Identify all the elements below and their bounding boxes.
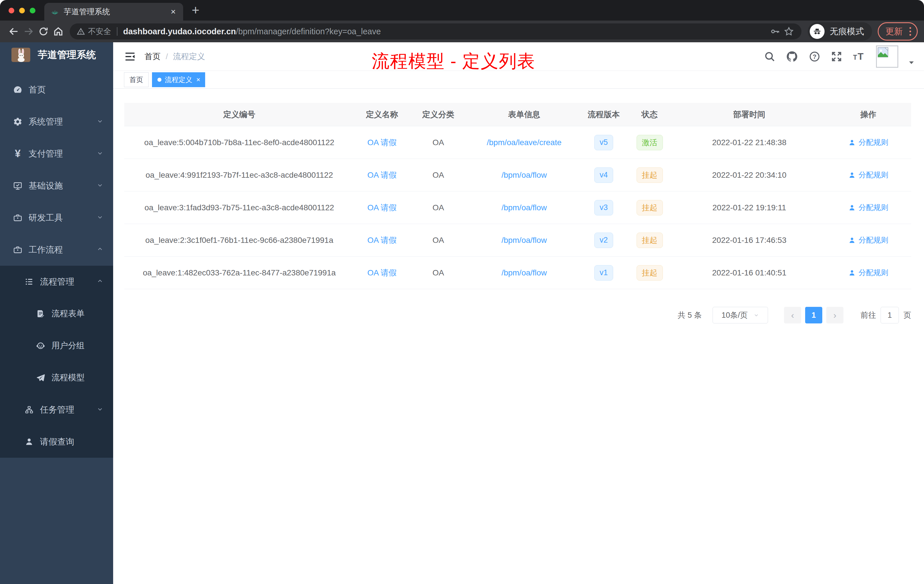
incognito-label: 无痕模式 — [830, 26, 864, 38]
column-header: 流程版本 — [581, 103, 626, 126]
page-size-select[interactable]: 10条/页 — [713, 307, 768, 323]
tab-close-icon[interactable]: × — [170, 7, 177, 16]
status-badge: 激活 — [637, 135, 663, 150]
deploy-time-cell: 2022-01-16 01:40:51 — [673, 257, 825, 289]
sidebar-item-label: 工作流程 — [28, 244, 97, 256]
form-link[interactable]: /bpm/oa/flow — [502, 236, 547, 245]
sidebar-item-label: 请假查询 — [40, 436, 104, 448]
breadcrumb: 首页 / 流程定义 — [145, 51, 205, 62]
font-size-icon[interactable]: TT — [853, 50, 866, 63]
sidebar-item-workflow[interactable]: 工作流程 — [0, 234, 113, 266]
sidebar-item-task-mgmt[interactable]: 任务管理 — [0, 394, 113, 426]
sidebar-fold-icon[interactable] — [124, 51, 136, 63]
status-badge: 挂起 — [637, 200, 663, 215]
assign-rule-button[interactable]: 分配规则 — [848, 203, 888, 213]
definition-name-link[interactable]: OA 请假 — [368, 267, 397, 278]
breadcrumb-separator: / — [166, 52, 168, 61]
form-link[interactable]: /bpm/oa/flow — [502, 171, 547, 180]
yen-icon: ¥ — [12, 148, 24, 159]
sidebar-item-system-mgmt[interactable]: 系统管理 — [0, 106, 113, 138]
browser-menu-dots-icon[interactable] — [907, 27, 913, 36]
dashboard-icon — [12, 85, 24, 94]
tag-process-definition[interactable]: 流程定义 × — [152, 72, 205, 87]
home-icon[interactable] — [51, 24, 66, 39]
sidebar-item-process-form[interactable]: 流程表单 — [0, 298, 113, 330]
next-page-button[interactable]: › — [826, 307, 843, 323]
url-bar[interactable]: 不安全 dashboard.yudao.iocoder.cn/bpm/manag… — [70, 23, 802, 40]
column-header: 定义编号 — [124, 103, 354, 126]
prev-page-button[interactable]: ‹ — [784, 307, 801, 323]
new-tab-button[interactable]: + — [192, 3, 200, 16]
window-controls[interactable] — [8, 8, 35, 13]
minimize-window-button[interactable] — [19, 8, 25, 13]
bookmark-star-icon[interactable] — [782, 25, 796, 38]
paper-plane-icon — [34, 373, 47, 382]
logo-rabbit-image — [12, 48, 30, 62]
sidebar-item-label: 研发工具 — [28, 212, 97, 224]
form-link[interactable]: /bpm/oa/flow — [502, 203, 547, 212]
screen: 芋道管理系统 × + 不安全 dashboard.yudao.iocoder.c… — [0, 0, 924, 584]
github-icon[interactable] — [786, 50, 798, 63]
version-badge: v4 — [594, 167, 614, 183]
column-header: 表单信息 — [467, 103, 581, 126]
zoom-window-button[interactable] — [30, 8, 35, 13]
sidebar-item-leave-query[interactable]: 请假查询 — [0, 426, 113, 458]
table-row: oa_leave:5:004b710b-7b8a-11ec-8ef0-acde4… — [124, 126, 911, 159]
url-text[interactable]: dashboard.yudao.iocoder.cn/bpm/manager/d… — [123, 27, 768, 36]
page-unit-label: 页 — [903, 310, 911, 320]
assign-rule-button[interactable]: 分配规则 — [848, 137, 888, 147]
search-icon[interactable] — [764, 51, 776, 62]
avatar[interactable] — [876, 45, 898, 68]
monitor-icon — [12, 181, 24, 191]
fullscreen-icon[interactable] — [831, 51, 842, 62]
sidebar-item-dev-tools[interactable]: 研发工具 — [0, 202, 113, 234]
tag-home[interactable]: 首页 — [124, 72, 148, 87]
reload-icon[interactable] — [36, 24, 51, 39]
sidebar-logo-row[interactable]: 芋道管理系统 — [0, 42, 113, 68]
gear-icon — [12, 117, 24, 127]
sidebar-item-label: 流程管理 — [40, 276, 97, 288]
category-cell: OA — [410, 191, 467, 224]
back-icon[interactable] — [6, 24, 21, 39]
definition-name-link[interactable]: OA 请假 — [368, 137, 397, 148]
table-header-row: 定义编号 定义名称 定义分类 表单信息 流程版本 状态 部署时间 操作 — [124, 103, 911, 126]
tag-close-icon[interactable]: × — [196, 76, 200, 84]
form-link[interactable]: /bpm/oa/flow — [502, 268, 547, 277]
help-icon[interactable]: ? — [808, 51, 820, 63]
sidebar-item-process-model[interactable]: 流程模型 — [0, 362, 113, 394]
pagination-total: 共 5 条 — [678, 310, 702, 320]
browser-tab[interactable]: 芋道管理系统 × — [44, 3, 183, 21]
chevron-down-icon — [753, 312, 759, 318]
definition-name-link[interactable]: OA 请假 — [368, 235, 397, 246]
sidebar-item-user-group[interactable]: 用户分组 — [0, 330, 113, 362]
definition-table: 定义编号 定义名称 定义分类 表单信息 流程版本 状态 部署时间 操作 oa_l… — [124, 103, 911, 289]
sidebar-item-payment-mgmt[interactable]: ¥ 支付管理 — [0, 138, 113, 170]
security-warning-icon[interactable] — [77, 27, 85, 36]
form-link[interactable]: /bpm/oa/leave/create — [487, 138, 562, 147]
chevron-down-icon — [97, 181, 104, 191]
browser-update-button[interactable]: 更新 — [878, 22, 918, 41]
chevron-up-icon — [97, 277, 104, 287]
breadcrumb-home-link[interactable]: 首页 — [145, 51, 160, 62]
sidebar-item-dashboard[interactable]: 首页 — [0, 74, 113, 106]
goto-label: 前往 — [861, 310, 876, 320]
assign-rule-button[interactable]: 分配规则 — [848, 235, 888, 245]
list-tree-icon — [23, 277, 35, 287]
assign-rule-button[interactable]: 分配规则 — [848, 268, 888, 278]
table-row: oa_leave:1:482ec033-762a-11ec-8477-a2380… — [124, 257, 911, 289]
key-icon[interactable] — [768, 25, 782, 38]
definition-id-cell: oa_leave:3:1fad3d93-7b75-11ec-a3c8-acde4… — [124, 191, 354, 224]
assign-rule-button[interactable]: 分配规则 — [848, 170, 888, 180]
forward-icon[interactable] — [21, 24, 36, 39]
sidebar-item-infrastructure[interactable]: 基础设施 — [0, 170, 113, 202]
avatar-caret-down-icon[interactable] — [909, 61, 914, 65]
sidebar-item-process-mgmt[interactable]: 流程管理 — [0, 266, 113, 298]
definition-name-link[interactable]: OA 请假 — [368, 170, 397, 181]
goto-page-input[interactable] — [881, 307, 899, 323]
svg-text:T: T — [853, 53, 857, 61]
close-window-button[interactable] — [8, 8, 14, 13]
definition-name-link[interactable]: OA 请假 — [368, 202, 397, 213]
page-1-button[interactable]: 1 — [805, 307, 822, 323]
app-header: 首页 / 流程定义 流程模型 - 定义列表 ? — [113, 42, 924, 71]
app-window: 芋道管理系统 首页 系统管理 ¥ 支付 — [0, 42, 924, 584]
